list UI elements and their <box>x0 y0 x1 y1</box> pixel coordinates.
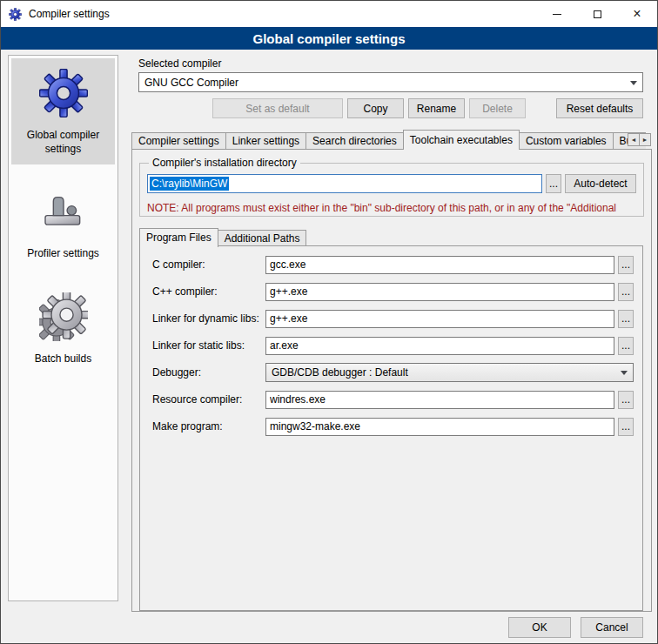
resource-compiler-input[interactable] <box>265 391 614 409</box>
tab-scroll-left-button[interactable]: ◄ <box>628 133 640 146</box>
chevron-down-icon <box>621 371 628 379</box>
installation-directory-group-title: Compiler's installation directory <box>149 157 300 169</box>
tab-additional-paths[interactable]: Additional Paths <box>218 230 307 246</box>
sidebar-item-global-compiler-settings[interactable]: Global compiler settings <box>11 58 115 164</box>
caption-buttons: × <box>537 1 657 27</box>
sidebar-item-label: Global compiler settings <box>16 129 111 156</box>
cpp-compiler-input[interactable] <box>265 283 614 301</box>
rename-button[interactable]: Rename <box>408 98 465 118</box>
field-row-debugger: Debugger: GDB/CDB debugger : Default <box>152 363 634 382</box>
linker-dynamic-browse-button[interactable]: ... <box>618 310 634 328</box>
selected-compiler-label: Selected compiler <box>138 57 221 70</box>
compiler-actions: Set as default Copy Rename Delete Reset … <box>138 98 643 118</box>
sidebar-item-profiler-settings[interactable]: Profiler settings <box>11 177 115 270</box>
debugger-select-value: GDB/CDB debugger : Default <box>272 366 408 379</box>
installation-directory-row: C:\raylib\MinGW ... Auto-detect <box>147 174 636 193</box>
maximize-icon <box>594 10 601 18</box>
field-row-make-program: Make program: ... <box>152 417 634 436</box>
make-program-label: Make program: <box>152 420 265 433</box>
tab-search-directories[interactable]: Search directories <box>306 132 404 150</box>
program-files-panel: C compiler: ... C++ compiler: ... Linker… <box>139 245 643 611</box>
sidebar-item-batch-builds[interactable]: Batch builds <box>11 282 115 375</box>
c-compiler-input[interactable] <box>265 256 614 274</box>
maximize-button[interactable] <box>577 1 617 27</box>
c-compiler-browse-button[interactable]: ... <box>618 256 634 274</box>
tab-toolchain-executables[interactable]: Toolchain executables <box>403 130 520 150</box>
window-title: Compiler settings <box>29 8 110 20</box>
tab-linker-settings[interactable]: Linker settings <box>225 132 306 150</box>
tab-compiler-settings[interactable]: Compiler settings <box>131 132 226 150</box>
bin-subdirectory-note: NOTE: All programs must exist either in … <box>147 202 642 214</box>
linker-static-input[interactable] <box>265 337 614 355</box>
field-row-linker-dynamic: Linker for dynamic libs: ... <box>152 309 634 328</box>
compiler-select[interactable]: GNU GCC Compiler <box>138 72 643 92</box>
sidebar-item-label: Batch builds <box>35 352 91 366</box>
settings-category-sidebar: Global compiler settings Profiler settin… <box>8 55 118 601</box>
compiler-select-value: GNU GCC Compiler <box>144 77 238 89</box>
field-row-c-compiler: C compiler: ... <box>152 255 634 274</box>
cpp-compiler-browse-button[interactable]: ... <box>618 283 634 301</box>
resource-compiler-browse-button[interactable]: ... <box>618 391 634 409</box>
ok-button[interactable]: OK <box>508 617 571 638</box>
tab-scroll-buttons: ◄ ► <box>628 133 651 146</box>
auto-detect-button[interactable]: Auto-detect <box>565 174 636 193</box>
dialog-header: Global compiler settings <box>1 27 657 50</box>
debugger-label: Debugger: <box>152 366 265 379</box>
reset-defaults-button[interactable]: Reset defaults <box>556 98 643 118</box>
title-bar: Compiler settings × <box>1 1 657 27</box>
set-as-default-button: Set as default <box>212 98 343 118</box>
field-row-linker-static: Linker for static libs: ... <box>152 336 634 355</box>
tab-custom-variables[interactable]: Custom variables <box>519 132 614 150</box>
linker-static-browse-button[interactable]: ... <box>618 337 634 355</box>
cpp-compiler-label: C++ compiler: <box>152 285 265 298</box>
delete-button: Delete <box>469 98 526 118</box>
field-row-cpp-compiler: C++ compiler: ... <box>152 282 634 301</box>
tab-scroll-right-button[interactable]: ► <box>639 133 651 146</box>
debugger-select[interactable]: GDB/CDB debugger : Default <box>265 363 634 382</box>
copy-button[interactable]: Copy <box>347 98 404 118</box>
installation-directory-selected-text: C:\raylib\MinGW <box>150 177 229 191</box>
resource-compiler-label: Resource compiler: <box>152 393 265 406</box>
linker-static-label: Linker for static libs: <box>152 339 265 352</box>
make-program-input[interactable] <box>265 418 614 436</box>
field-row-resource-compiler: Resource compiler: ... <box>152 390 634 409</box>
c-compiler-label: C compiler: <box>152 258 265 271</box>
app-gear-icon <box>9 8 22 21</box>
installation-directory-browse-button[interactable]: ... <box>546 174 561 193</box>
toolchain-executables-panel: Compiler's installation directory C:\ray… <box>131 149 652 612</box>
compiler-settings-dialog: Compiler settings × Global compiler sett… <box>0 0 658 644</box>
installation-directory-group: Compiler's installation directory C:\ray… <box>139 163 644 217</box>
blue-gear-icon <box>39 69 88 120</box>
close-button[interactable]: × <box>617 1 657 27</box>
minimize-icon <box>553 14 561 15</box>
settings-tab-strip: Compiler settings Linker settings Search… <box>131 130 652 150</box>
minimize-button[interactable] <box>537 1 577 27</box>
programs-tab-strip: Program Files Additional Paths <box>139 227 306 246</box>
linker-dynamic-input[interactable] <box>265 310 614 328</box>
dialog-footer: OK Cancel <box>508 617 643 638</box>
profiler-tool-icon <box>39 187 88 238</box>
sidebar-item-label: Profiler settings <box>27 247 99 261</box>
make-program-browse-button[interactable]: ... <box>618 418 634 436</box>
tab-program-files[interactable]: Program Files <box>139 228 218 247</box>
installation-directory-input[interactable]: C:\raylib\MinGW <box>147 174 542 193</box>
chevron-down-icon <box>630 81 637 89</box>
linker-dynamic-label: Linker for dynamic libs: <box>152 312 265 325</box>
gray-gears-icon <box>39 292 88 344</box>
cancel-button[interactable]: Cancel <box>581 617 643 638</box>
